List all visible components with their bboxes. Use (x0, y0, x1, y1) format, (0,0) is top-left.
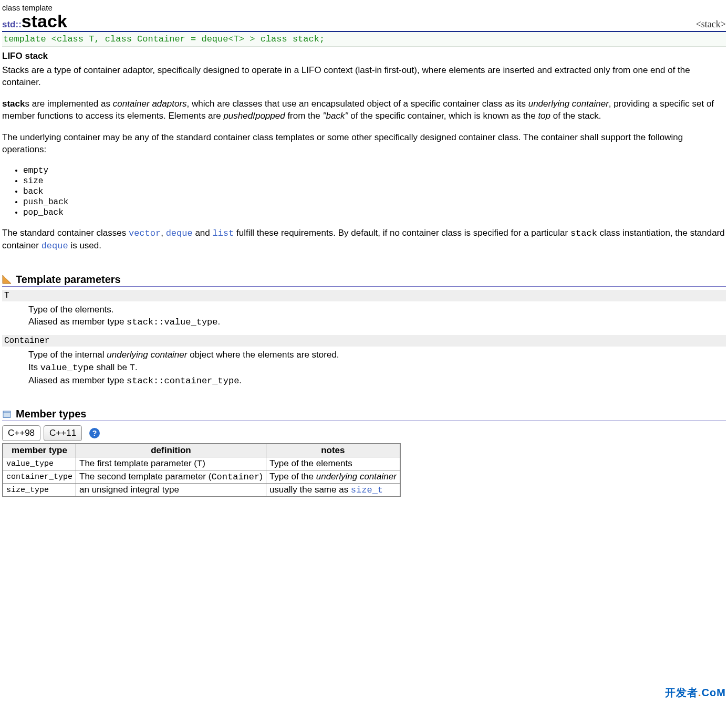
operations-list: empty size back push_back pop_back (23, 165, 726, 218)
triangle-icon (2, 275, 12, 284)
op-item: size (23, 176, 726, 186)
op-item: push_back (23, 197, 726, 207)
page-title: stack (22, 11, 67, 31)
table-row: size_type an unsigned integral type usua… (3, 484, 400, 497)
link-deque[interactable]: deque (166, 228, 193, 238)
col-notes: notes (266, 444, 400, 457)
namespace: std:: (2, 19, 22, 29)
table-row: container_type The second template param… (3, 470, 400, 484)
template-params-list: T Type of the elements. Aliased as membe… (2, 290, 726, 387)
col-definition: definition (76, 444, 266, 457)
member-types-table: member type definition notes value_type … (2, 443, 401, 497)
header-include: <stack> (696, 19, 726, 30)
intro-para3: The underlying container may be any of t… (2, 132, 726, 156)
link-deque-2[interactable]: deque (41, 241, 68, 251)
title-block: std::stack (2, 12, 67, 30)
intro-para4: The standard container classes vector, d… (2, 227, 726, 253)
intro-para2: stacks are implemented as container adap… (2, 98, 726, 122)
section-member-types: Member types (2, 408, 726, 421)
tabs-row: C++98 C++11 ? (2, 425, 726, 441)
tab-cpp98[interactable]: C++98 (2, 425, 40, 441)
template-declaration: template <class T, class Container = deq… (2, 32, 726, 47)
table-row: value_type The first template parameter … (3, 457, 400, 470)
svg-rect-1 (3, 411, 11, 417)
svg-marker-0 (3, 275, 11, 284)
op-item: pop_back (23, 207, 726, 218)
section-title: Template parameters (16, 274, 121, 286)
link-size-t[interactable]: size_t (351, 485, 383, 495)
col-member-type: member type (3, 444, 76, 457)
param-desc: Type of the internal underlying containe… (28, 349, 726, 387)
param-desc: Type of the elements. Aliased as member … (28, 303, 726, 329)
param-name: Container (2, 335, 726, 347)
op-item: empty (23, 165, 726, 176)
type-label: class template (2, 3, 726, 12)
tab-cpp11[interactable]: C++11 (44, 425, 82, 441)
intro-para1: Stacks are a type of container adaptor, … (2, 65, 726, 89)
title-row: std::stack <stack> (2, 12, 726, 32)
op-item: back (23, 186, 726, 197)
section-template-parameters: Template parameters (2, 274, 726, 287)
section-title: Member types (16, 408, 87, 420)
param-name: T (2, 290, 726, 301)
help-icon[interactable]: ? (89, 428, 100, 438)
link-vector[interactable]: vector (129, 228, 161, 238)
box-icon (2, 410, 12, 419)
intro-subtitle: LIFO stack (2, 51, 726, 61)
link-list[interactable]: list (212, 228, 234, 238)
